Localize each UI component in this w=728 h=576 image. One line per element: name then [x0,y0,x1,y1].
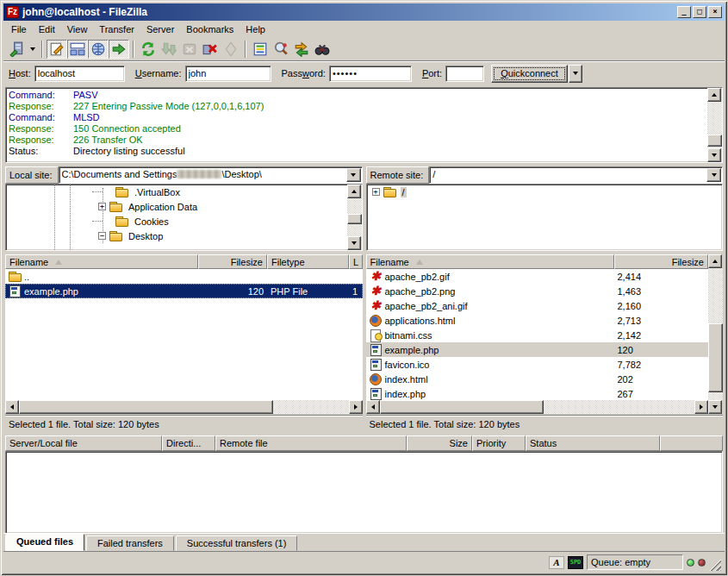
tab-failed-transfers[interactable]: Failed transfers [86,535,174,551]
remote-path[interactable]: / [430,167,706,183]
expand-icon[interactable]: + [372,188,380,196]
scroll-track[interactable] [708,268,723,400]
queue-body[interactable] [5,451,723,534]
site-manager-button[interactable] [7,40,28,59]
column-header-priority[interactable]: Priority [472,435,526,451]
scroll-thumb[interactable] [708,323,723,392]
filter-button[interactable] [250,40,271,59]
tab-queued-files[interactable]: Queued files [5,534,84,551]
tree-item-root[interactable]: +/ [367,185,723,199]
local-directory-tree[interactable]: .VirtualBox +Application Data Cookies −D… [6,185,347,250]
toggle-remote-pane-button[interactable] [88,40,109,59]
menu-view[interactable]: View [61,22,94,36]
table-row-example-php[interactable]: example.php 120 [366,342,709,357]
menu-bookmarks[interactable]: Bookmarks [180,22,240,36]
column-header-server-local-file[interactable]: Server/Local file [5,435,162,451]
scroll-right-button[interactable] [349,400,363,414]
menu-edit[interactable]: Edit [33,22,61,36]
table-row[interactable]: applications.html 2,713 [366,313,709,328]
toggle-transfer-queue-button[interactable] [109,40,129,59]
quickconnect-dropdown[interactable] [569,65,582,83]
scroll-down-button[interactable] [707,148,721,162]
toggle-local-pane-button[interactable] [67,40,88,59]
maximize-button[interactable]: □ [693,6,706,18]
remote-list-vscrollbar[interactable] [708,254,723,414]
resize-grip[interactable] [709,559,721,571]
refresh-button[interactable] [138,40,159,59]
tree-item-application-data[interactable]: +Application Data [6,199,347,214]
local-tree-scrollbar[interactable] [347,185,362,250]
menu-help[interactable]: Help [240,22,271,36]
directory-comparison-button[interactable] [271,40,291,59]
message-log-lines[interactable]: Command:PASV Response:227 Entering Passi… [6,88,707,162]
menu-transfer[interactable]: Transfer [93,22,140,36]
username-input[interactable] [185,66,271,82]
close-button[interactable]: × [708,6,722,18]
quickconnect-button[interactable]: Quickconnect [491,65,568,83]
table-row[interactable]: index.html 202 [366,372,709,386]
remote-directory-tree[interactable]: +/ [367,185,723,250]
password-input[interactable] [329,66,412,82]
toggle-message-log-button[interactable] [47,40,67,59]
synchronized-browsing-button[interactable] [291,40,312,59]
scroll-track[interactable] [347,198,362,236]
table-row[interactable]: ✱apache_pb2_ani.gif 2,160 [366,298,709,313]
tab-successful-transfers[interactable]: Successful transfers (1) [176,535,298,551]
remote-list-hscrollbar[interactable] [366,400,709,414]
port-input[interactable] [445,66,484,82]
remote-file-rows[interactable]: ✱apache_pb2.gif 2,414 ✱apache_pb2.png 1,… [366,269,709,400]
column-header-status[interactable]: Status [526,435,660,451]
column-header-remote-file[interactable]: Remote file [215,435,407,451]
process-queue-button[interactable] [159,40,179,59]
column-header-last-modified[interactable]: L [349,254,363,269]
scroll-down-button[interactable] [708,400,722,414]
reconnect-button[interactable] [221,40,241,59]
data-type-indicator-icon[interactable]: A [549,556,564,569]
remote-path-dropdown[interactable] [706,168,721,182]
host-input[interactable] [34,66,125,82]
minimize-button[interactable]: _ [677,6,691,18]
column-header-filename[interactable]: Filename [366,254,614,269]
column-header-filesize[interactable]: Filesize [614,254,709,269]
menu-file[interactable]: File [5,22,33,36]
column-header-size[interactable]: Size [407,435,472,451]
table-row-parent-dir[interactable]: .. [5,269,363,284]
scroll-up-button[interactable] [707,88,721,102]
column-header-filetype[interactable]: Filetype [267,254,349,269]
column-header-filename[interactable]: Filename [5,254,198,269]
scroll-thumb[interactable] [19,400,273,414]
local-path-dropdown[interactable] [346,168,361,182]
local-path[interactable]: C:\Documents and Settings\Desktop\ [59,167,345,183]
scroll-track[interactable] [380,400,695,414]
remote-site-combobox[interactable]: / [429,166,723,184]
find-files-button[interactable] [312,40,333,59]
tree-item-virtualbox[interactable]: .VirtualBox [6,185,347,199]
disconnect-button[interactable] [200,40,221,59]
local-file-rows[interactable]: .. example.php 120 PHP File 1 [5,269,363,400]
menu-server[interactable]: Server [140,22,180,36]
table-row[interactable]: favicon.ico 7,782 [366,357,709,372]
expand-icon[interactable]: + [98,203,106,210]
scroll-right-button[interactable] [694,400,708,414]
tree-item-cookies[interactable]: Cookies [6,214,347,229]
table-row[interactable]: index.php 267 [366,386,709,400]
local-list-hscrollbar[interactable] [5,400,363,414]
scroll-left-button[interactable] [5,400,19,414]
table-row[interactable]: ✱apache_pb2.gif 2,414 [366,269,709,284]
scroll-thumb[interactable] [707,135,722,147]
column-header-filesize[interactable]: Filesize [198,254,267,269]
scroll-thumb[interactable] [347,214,362,224]
table-row-example-php[interactable]: example.php 120 PHP File 1 [5,284,363,298]
log-scrollbar[interactable] [707,88,722,162]
scroll-left-button[interactable] [366,400,380,414]
scroll-track[interactable] [707,102,722,148]
local-site-combobox[interactable]: C:\Documents and Settings\Desktop\ [59,166,363,184]
table-row[interactable]: bitnami.css 2,142 [366,328,709,342]
column-header-direction[interactable]: Directi... [162,435,215,451]
title-bar[interactable]: Fz john@localhost - FileZilla _ □ × [3,3,725,21]
site-manager-dropdown[interactable] [28,40,38,59]
scroll-up-button[interactable] [708,254,722,268]
scroll-up-button[interactable] [347,185,361,198]
cancel-operation-button[interactable] [179,40,200,59]
collapse-icon[interactable]: − [98,232,106,240]
